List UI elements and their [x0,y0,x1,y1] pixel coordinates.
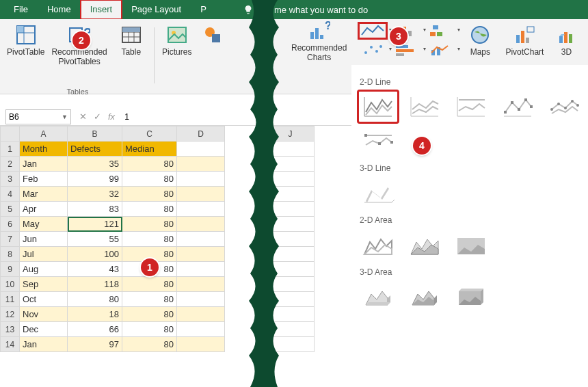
spreadsheet-right[interactable]: J [266,126,315,352]
cell[interactable]: Jun [20,232,68,247]
cell[interactable]: May [20,217,68,232]
btn-line-chart[interactable]: ▾ [359,23,386,38]
cell[interactable]: 80 [122,277,177,292]
row-header[interactable]: 5 [1,202,20,217]
row-header[interactable]: 4 [1,187,20,202]
cell[interactable] [177,247,225,262]
cell[interactable]: Jan [20,157,68,172]
btn-pivottable[interactable]: PivotTable [7,23,44,57]
chart-line[interactable] [358,91,398,122]
cell[interactable] [267,307,315,322]
btn-recommended-charts[interactable]: ? Recommended Charts [291,19,347,63]
cell[interactable] [267,202,315,217]
enter-icon[interactable]: ✓ [94,111,101,122]
cell[interactable]: Jan [20,337,68,352]
cell[interactable] [267,172,315,187]
row-header[interactable]: 13 [1,322,20,337]
cell[interactable]: Nov [20,307,68,322]
tell-me[interactable]: Tell me what you want to do [243,5,368,15]
cell[interactable]: 35 [68,157,122,172]
cell[interactable]: 55 [68,232,122,247]
cell[interactable] [267,157,315,172]
row-header[interactable]: 14 [1,337,20,352]
cell[interactable] [177,277,225,292]
chart-3d-stacked-area[interactable] [405,281,444,312]
chart-100-stacked-line-markers[interactable] [358,125,398,157]
cell[interactable]: 32 [68,187,122,202]
cell[interactable] [177,232,225,247]
cell[interactable]: Aug [20,262,68,277]
cell[interactable]: Jul [20,247,68,262]
col-header-J[interactable]: J [267,126,315,142]
btn-table[interactable]: Table [114,23,148,57]
cell[interactable]: Month [20,142,68,157]
cell[interactable]: 80 [122,292,177,307]
tab-truncated[interactable]: P [191,0,216,19]
cell[interactable]: 80 [122,232,177,247]
cell[interactable]: 80 [122,202,177,217]
cell[interactable] [177,157,225,172]
tab-home[interactable]: Home [38,0,81,19]
fx-icon[interactable]: fx [108,111,115,122]
cell[interactable] [177,322,225,337]
cell[interactable] [177,337,225,352]
row-header[interactable]: 11 [1,292,20,307]
chart-stacked-line-markers[interactable] [544,91,584,122]
btn-pivotchart[interactable]: PivotChart [505,23,544,57]
btn-hierarchy-chart[interactable]: ▾ [427,23,455,38]
row-header[interactable]: 7 [1,232,20,247]
chart-100-stacked-area[interactable] [451,229,491,261]
row-header[interactable]: 6 [1,217,20,232]
cell[interactable] [267,217,315,232]
cell[interactable] [267,232,315,247]
cell[interactable] [177,292,225,307]
cell[interactable]: 97 [68,337,122,352]
cell[interactable]: 100 [68,247,122,262]
cell[interactable]: 80 [122,322,177,337]
chart-3d-100-area[interactable] [451,281,491,312]
select-all[interactable] [1,126,20,142]
cell[interactable] [267,187,315,202]
btn-combo-chart[interactable]: ▾ [427,42,455,57]
cell[interactable]: Defects [68,142,122,157]
cell[interactable]: 83 [68,202,122,217]
col-header-A[interactable]: A [20,126,68,142]
chart-area[interactable] [358,229,398,261]
cell[interactable]: 99 [68,172,122,187]
tab-file[interactable]: File [4,0,38,19]
cell[interactable] [177,262,225,277]
row-header[interactable]: 3 [1,172,20,187]
spreadsheet[interactable]: A B C D 1 Month Defects Median 2Jan3580 … [0,126,225,352]
cell[interactable] [267,247,315,262]
name-box[interactable]: B6 ▼ [5,109,71,124]
col-header-D[interactable]: D [177,126,225,142]
chart-3d-line[interactable] [358,177,398,209]
row-header[interactable]: 9 [1,262,20,277]
cell[interactable] [177,142,225,157]
cell[interactable]: Feb [20,172,68,187]
tab-page-layout[interactable]: Page Layout [122,0,191,19]
btn-pictures[interactable]: Pictures [160,23,194,57]
cell[interactable]: 80 [122,187,177,202]
chart-3d-area[interactable] [358,281,398,312]
cell[interactable] [267,262,315,277]
cell[interactable]: 18 [68,307,122,322]
row-header[interactable]: 12 [1,307,20,322]
tab-insert[interactable]: Insert [81,0,122,19]
col-header-C[interactable]: C [122,126,177,142]
cell[interactable] [177,307,225,322]
cell[interactable]: Dec [20,322,68,337]
cell[interactable]: 80 [122,217,177,232]
cell[interactable]: Oct [20,292,68,307]
row-header[interactable]: 1 [1,142,20,157]
cell[interactable]: 118 [68,277,122,292]
cancel-icon[interactable]: ✕ [79,111,87,122]
cell[interactable]: Sep [20,277,68,292]
cell[interactable] [177,217,225,232]
chart-stacked-area[interactable] [405,229,444,261]
selected-cell[interactable]: 121 [68,217,122,232]
cell[interactable] [267,277,315,292]
col-header-B[interactable]: B [68,126,122,142]
chart-line-markers[interactable] [498,91,537,122]
cell[interactable]: 43 [68,262,122,277]
